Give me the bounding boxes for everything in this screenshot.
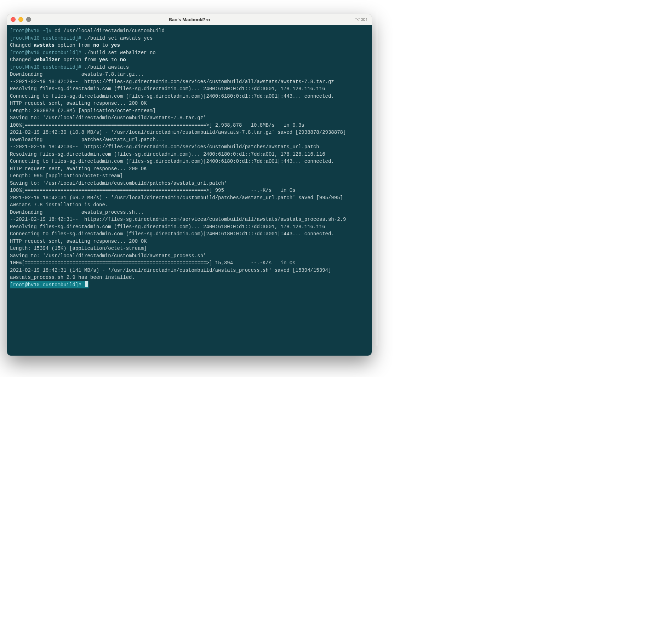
terminal-line: Length: 995 [application/octet-stream] [10,172,369,180]
terminal-line: Saving to: '/usr/local/directadmin/custo… [10,252,369,260]
terminal-line: Saving to: '/usr/local/directadmin/custo… [10,114,369,122]
terminal-line: [root@hv10 ~]# cd /usr/local/directadmin… [10,27,369,35]
window-title: Bao's MacbookPro [7,17,372,22]
terminal-line: Changed awstats option from no to yes [10,42,369,49]
shell-command: ./build set awstats yes [84,35,153,41]
terminal-line: HTTP request sent, awaiting response... … [10,100,369,107]
terminal-line: 100%[===================================… [10,259,369,267]
terminal-line: --2021-02-19 18:42:30-- https://files-sg… [10,143,369,151]
shell-prompt: [root@hv10 custombuild]# [10,64,84,70]
terminal-line: --2021-02-19 18:42:29-- https://files-sg… [10,78,369,86]
terminal-line: Downloading awstats-7.8.tar.gz... [10,71,369,78]
terminal-line: Saving to: '/usr/local/directadmin/custo… [10,180,369,187]
terminal-window: Bao's MacbookPro ⌥⌘1 [root@hv10 ~]# cd /… [7,14,372,356]
terminal-line: Connecting to files-sg.directadmin.com (… [10,93,369,100]
shell-prompt: [root@hv10 custombuild]# [10,35,84,41]
shell-command: ./build awstats [84,64,129,70]
shell-command: cd /usr/local/directadmin/custombuild [55,28,165,34]
minimize-icon[interactable] [18,17,23,22]
terminal-line: 2021-02-19 18:42:30 (10.8 MB/s) - '/usr/… [10,129,369,136]
terminal-line: Length: 15394 (15K) [application/octet-s… [10,245,369,252]
terminal-line: HTTP request sent, awaiting response... … [10,238,369,245]
terminal-line: HTTP request sent, awaiting response... … [10,165,369,173]
terminal-viewport[interactable]: [root@hv10 ~]# cd /usr/local/directadmin… [7,25,372,356]
close-icon[interactable] [11,17,16,22]
terminal-line: Connecting to files-sg.directadmin.com (… [10,230,369,238]
terminal-line: 100%[===================================… [10,187,369,194]
shell-prompt: [root@hv10 custombuild]# [10,50,84,56]
shell-prompt: [root@hv10 custombuild]# [10,282,84,288]
terminal-line: Downloading awstats_process.sh... [10,209,369,216]
shell-command: ./build set webalizer no [84,50,156,56]
active-prompt[interactable]: [root@hv10 custombuild]# [10,281,88,289]
traffic-lights [11,17,31,22]
terminal-line: [root@hv10 custombuild]# ./build set web… [10,49,369,57]
terminal-line: 2021-02-19 18:42:31 (141 MB/s) - '/usr/l… [10,267,369,274]
terminal-line: 2021-02-19 18:42:31 (69.2 MB/s) - '/usr/… [10,194,369,202]
shell-prompt: [root@hv10 ~]# [10,28,55,34]
terminal-line: [root@hv10 custombuild]# ./build awstats [10,64,369,71]
titlebar[interactable]: Bao's MacbookPro ⌥⌘1 [7,14,372,25]
terminal-line: --2021-02-19 18:42:31-- https://files-sg… [10,216,369,223]
terminal-line: [root@hv10 custombuild]# ./build set aws… [10,35,369,42]
terminal-line: Length: 2938878 (2.8M) [application/octe… [10,107,369,115]
terminal-line: 100%[===================================… [10,122,369,129]
terminal-line: AWstats 7.8 installation is done. [10,201,369,209]
terminal-line: Changed webalizer option from yes to no [10,56,369,64]
terminal-line: Resolving files-sg.directadmin.com (file… [10,151,369,158]
terminal-line: Connecting to files-sg.directadmin.com (… [10,158,369,165]
terminal-line: Downloading patches/awstats_url.patch... [10,136,369,144]
terminal-line: Resolving files-sg.directadmin.com (file… [10,85,369,93]
terminal-line: Resolving files-sg.directadmin.com (file… [10,223,369,231]
maximize-icon[interactable] [26,17,31,22]
terminal-line: awstats_process.sh 2.9 has been installe… [10,274,369,281]
active-prompt-line[interactable]: [root@hv10 custombuild]# [10,281,369,289]
cursor-icon [85,281,88,287]
tab-shortcut-label: ⌥⌘1 [355,17,368,22]
